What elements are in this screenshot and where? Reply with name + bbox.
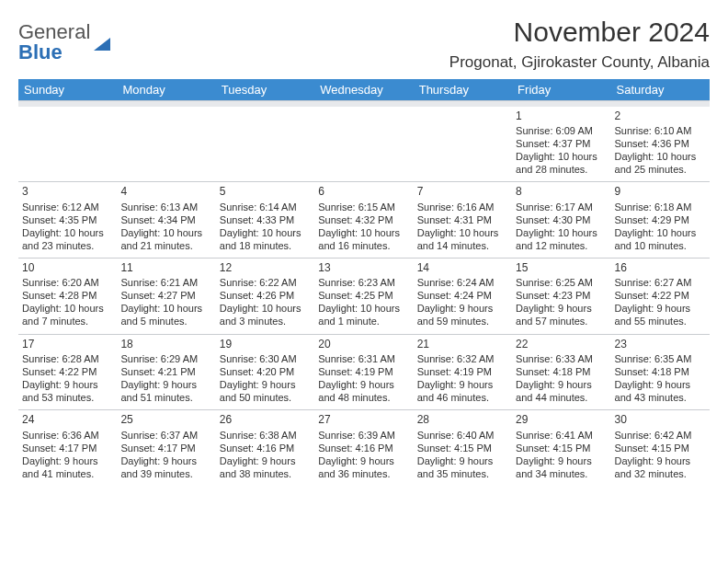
day-number: 19 <box>220 338 311 351</box>
calendar-day-cell: 11Sunrise: 6:21 AMSunset: 4:27 PMDayligh… <box>117 258 215 334</box>
calendar-day-cell: 28Sunrise: 6:40 AMSunset: 4:15 PMDayligh… <box>414 410 512 486</box>
day-info-line: Sunset: 4:18 PM <box>516 365 607 378</box>
day-info-line: and 12 minutes. <box>516 239 607 252</box>
calendar-day-cell: 2Sunrise: 6:10 AMSunset: 4:36 PMDaylight… <box>611 107 710 182</box>
calendar-week-row: 10Sunrise: 6:20 AMSunset: 4:28 PMDayligh… <box>18 258 710 334</box>
day-info-line: Daylight: 10 hours <box>22 226 113 239</box>
day-info-line: and 7 minutes. <box>22 315 113 327</box>
day-info-line: Sunset: 4:16 PM <box>220 442 311 454</box>
day-info-line: Daylight: 9 hours <box>417 454 508 467</box>
day-info-line: Sunrise: 6:28 AM <box>22 352 113 365</box>
triangle-icon <box>94 38 110 51</box>
calendar-day-cell: 1Sunrise: 6:09 AMSunset: 4:37 PMDaylight… <box>512 107 610 182</box>
header: General Blue November 2024 Progonat, Gji… <box>18 17 710 72</box>
calendar-day-cell <box>314 107 413 182</box>
day-info-line: Daylight: 10 hours <box>22 302 113 315</box>
day-info-line: and 59 minutes. <box>417 315 508 327</box>
calendar-day-cell: 10Sunrise: 6:20 AMSunset: 4:28 PMDayligh… <box>18 258 117 334</box>
day-info-line: and 25 minutes. <box>615 163 706 176</box>
calendar-day-cell: 24Sunrise: 6:36 AMSunset: 4:17 PMDayligh… <box>18 410 117 486</box>
day-info-line: Sunset: 4:30 PM <box>516 213 607 226</box>
day-number: 16 <box>615 261 706 275</box>
day-info-line: Sunrise: 6:27 AM <box>615 276 706 289</box>
day-info-line: Sunset: 4:17 PM <box>120 442 211 454</box>
day-info-line: Sunrise: 6:20 AM <box>22 276 113 289</box>
day-info-line: Daylight: 9 hours <box>22 378 113 391</box>
day-info-line: and 28 minutes. <box>516 163 607 176</box>
logo: General Blue <box>18 17 110 63</box>
day-info-line: Daylight: 10 hours <box>120 226 211 239</box>
day-info-line: Sunrise: 6:23 AM <box>318 276 409 289</box>
calendar-day-cell: 4Sunrise: 6:13 AMSunset: 4:34 PMDaylight… <box>117 182 215 259</box>
day-info-line: Sunset: 4:18 PM <box>615 365 706 378</box>
weekday-header: Wednesday <box>314 79 413 101</box>
calendar-day-cell: 17Sunrise: 6:28 AMSunset: 4:22 PMDayligh… <box>18 334 117 410</box>
day-info-line: Daylight: 10 hours <box>615 150 706 163</box>
day-info-line: and 32 minutes. <box>615 467 706 480</box>
day-number: 26 <box>220 413 311 427</box>
day-info-line: Sunset: 4:22 PM <box>22 365 113 378</box>
calendar-day-cell <box>117 107 215 182</box>
day-info-line: and 51 minutes. <box>120 391 211 404</box>
day-info-line: Daylight: 10 hours <box>120 302 211 315</box>
day-number: 15 <box>516 261 607 275</box>
day-info-line: Sunrise: 6:37 AM <box>120 429 211 442</box>
day-number: 22 <box>516 338 607 351</box>
weekday-header: Saturday <box>611 79 710 101</box>
day-info-line: Sunset: 4:29 PM <box>615 213 706 226</box>
day-info-line: Sunset: 4:24 PM <box>417 289 508 302</box>
calendar-day-cell: 9Sunrise: 6:18 AMSunset: 4:29 PMDaylight… <box>611 182 710 259</box>
day-info-line: and 34 minutes. <box>516 467 607 480</box>
day-info-line: and 16 minutes. <box>318 239 409 252</box>
calendar-day-cell: 16Sunrise: 6:27 AMSunset: 4:22 PMDayligh… <box>611 258 710 334</box>
day-info-line: Sunset: 4:22 PM <box>615 289 706 302</box>
day-info-line: Daylight: 9 hours <box>516 302 607 315</box>
day-info-line: Daylight: 10 hours <box>516 150 607 163</box>
day-info-line: Sunrise: 6:36 AM <box>22 429 113 442</box>
day-info-line: and 21 minutes. <box>120 239 211 252</box>
day-info-line: and 36 minutes. <box>318 467 409 480</box>
day-info-line: Sunrise: 6:35 AM <box>615 352 706 365</box>
day-number: 30 <box>615 413 706 427</box>
day-number: 29 <box>516 413 607 427</box>
day-number: 14 <box>417 261 508 275</box>
day-info-line: Daylight: 9 hours <box>417 302 508 315</box>
day-info-line: Sunrise: 6:22 AM <box>220 276 311 289</box>
day-info-line: and 10 minutes. <box>615 239 706 252</box>
day-info-line: Sunset: 4:34 PM <box>120 213 211 226</box>
day-info-line: Sunrise: 6:10 AM <box>615 124 706 137</box>
month-title: November 2024 <box>449 17 710 48</box>
day-info-line: and 23 minutes. <box>22 239 113 252</box>
calendar-day-cell: 23Sunrise: 6:35 AMSunset: 4:18 PMDayligh… <box>611 334 710 410</box>
day-info-line: Daylight: 9 hours <box>22 454 113 467</box>
day-number: 13 <box>318 261 409 275</box>
day-number: 28 <box>417 413 508 427</box>
day-info-line: Sunset: 4:35 PM <box>22 213 113 226</box>
day-info-line: and 57 minutes. <box>516 315 607 327</box>
day-info-line: and 44 minutes. <box>516 391 607 404</box>
weekday-header: Sunday <box>18 79 117 101</box>
day-info-line: and 1 minute. <box>318 315 409 327</box>
day-info-line: Daylight: 9 hours <box>318 454 409 467</box>
day-info-line: Sunset: 4:28 PM <box>22 289 113 302</box>
day-number: 2 <box>615 109 706 123</box>
day-info-line: Sunset: 4:19 PM <box>417 365 508 378</box>
day-info-line: and 14 minutes. <box>417 239 508 252</box>
day-number: 3 <box>22 185 113 199</box>
day-info-line: Sunrise: 6:21 AM <box>120 276 211 289</box>
day-info-line: Sunrise: 6:16 AM <box>417 201 508 213</box>
day-info-line: Sunrise: 6:17 AM <box>516 201 607 213</box>
calendar-day-cell: 6Sunrise: 6:15 AMSunset: 4:32 PMDaylight… <box>314 182 413 259</box>
day-number: 11 <box>120 261 211 275</box>
day-info-line: Sunrise: 6:09 AM <box>516 124 607 137</box>
day-info-line: Sunrise: 6:15 AM <box>318 201 409 213</box>
day-number: 7 <box>417 185 508 199</box>
day-info-line: and 18 minutes. <box>220 239 311 252</box>
day-number: 6 <box>318 185 409 199</box>
day-info-line: Daylight: 9 hours <box>516 378 607 391</box>
calendar-day-cell: 8Sunrise: 6:17 AMSunset: 4:30 PMDaylight… <box>512 182 610 259</box>
calendar-day-cell <box>18 107 117 182</box>
day-info-line: Daylight: 10 hours <box>318 226 409 239</box>
day-info-line: Sunset: 4:19 PM <box>318 365 409 378</box>
day-info-line: Sunrise: 6:30 AM <box>220 352 311 365</box>
